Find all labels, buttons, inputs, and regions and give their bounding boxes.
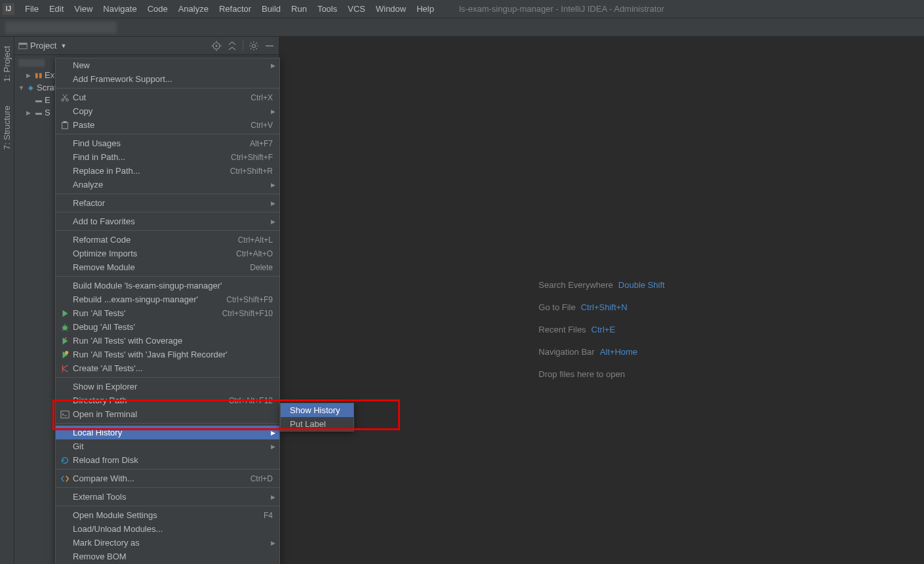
ctx-rebuild-exam-singup-manager[interactable]: Rebuild ...exam-singup-manager'Ctrl+Shif… [56,292,279,306]
ctx-create-all-tests[interactable]: Create 'All Tests'... [56,361,279,375]
submenu-arrow-icon: ▶ [271,494,275,500]
ctx-reformat-code[interactable]: Reformat CodeCtrl+Alt+L [56,233,279,247]
ctx-analyze[interactable]: Analyze▶ [56,178,279,191]
ctx-remove-bom[interactable]: Remove BOM [56,550,279,563]
svg-rect-16 [61,411,69,418]
ctx-open-in-terminal[interactable]: Open in Terminal [56,407,279,421]
ctx-load-unload-modules[interactable]: Load/Unload Modules... [56,522,279,536]
menu-file[interactable]: File [20,1,44,16]
submenu-arrow-icon: ▶ [271,62,275,69]
window-title: ls-exam-singup-manager - IntelliJ IDEA -… [459,4,664,14]
ctx-replace-in-path[interactable]: Replace in Path...Ctrl+Shift+R [56,164,279,178]
toolbar [0,18,924,37]
left-gutter: 1: Project 7: Structure [0,37,14,564]
menu-window[interactable]: Window [371,1,411,16]
svg-rect-12 [62,122,68,129]
ctx-open-module-settings[interactable]: Open Module SettingsF4 [56,508,279,522]
menu-code[interactable]: Code [142,1,173,16]
menu-run[interactable]: Run [286,1,312,16]
submenu-arrow-icon: ▶ [271,540,275,546]
library-icon: ▮▮ [34,71,43,80]
ctx-refactor[interactable]: Refactor▶ [56,196,279,210]
menu-refactor[interactable]: Refactor [214,1,256,16]
ctx-build-module-ls-exam-singup-manager[interactable]: Build Module 'ls-exam-singup-manager' [56,279,279,292]
menu-analyze[interactable]: Analyze [173,1,214,16]
ctx-run-all-tests-with-java-flight-recorder[interactable]: Run 'All Tests' with 'Java Flight Record… [56,348,279,361]
menu-vcs[interactable]: VCS [342,1,371,16]
menu-build[interactable]: Build [256,1,286,16]
compare-icon [58,474,71,483]
toolbar-blurred [5,22,117,33]
collapse-icon[interactable] [227,41,237,51]
ctx-reload-from-disk[interactable]: Reload from Disk [56,453,279,467]
welcome-hints: Search EverywhereDouble ShiftGo to FileC… [538,279,664,391]
gutter-tab-structure[interactable]: 7: Structure [0,100,14,155]
debug-icon [58,323,71,332]
cut-icon [58,93,71,102]
ctx-copy[interactable]: Copy▶ [56,104,279,118]
menubar: IJ FileEditViewNavigateCodeAnalyzeRefact… [0,0,924,18]
locate-icon[interactable] [211,41,222,51]
gutter-tab-project[interactable]: 1: Project [0,41,14,87]
create-icon [58,364,71,373]
chevron-down-icon: ▼ [60,43,66,49]
svg-point-3 [216,45,218,47]
panel-title[interactable]: Project ▼ [18,41,211,50]
ctx-add-framework-support[interactable]: Add Framework Support... [56,72,279,86]
submenu-show-history[interactable]: Show History [281,403,353,417]
welcome-row: Go to FileCtrl+Shift+N [538,302,664,312]
ctx-compare-with[interactable]: Compare With...Ctrl+D [56,472,279,485]
svg-point-8 [252,44,256,47]
menu-help[interactable]: Help [411,1,439,16]
minimize-icon[interactable] [264,41,275,51]
context-menu: New▶Add Framework Support...CutCtrl+XCop… [55,58,280,564]
project-icon [18,41,28,50]
ctx-optimize-imports[interactable]: Optimize ImportsCtrl+Alt+O [56,247,279,260]
panel-header: Project ▼ [14,37,279,55]
ctx-debug-all-tests[interactable]: Debug 'All Tests' [56,320,279,334]
folder-icon: ▬ [34,96,43,105]
submenu-arrow-icon: ▶ [271,108,275,115]
terminal-icon [58,410,71,419]
ctx-remove-module[interactable]: Remove ModuleDelete [56,260,279,274]
ctx-add-to-favorites[interactable]: Add to Favorites▶ [56,214,279,228]
app-logo-icon: IJ [3,3,14,15]
ctx-directory-path[interactable]: Directory PathCtrl+Alt+F12 [56,393,279,407]
menu-edit[interactable]: Edit [44,1,69,16]
ctx-cut[interactable]: CutCtrl+X [56,91,279,104]
ctx-paste[interactable]: PasteCtrl+V [56,118,279,132]
submenu-arrow-icon: ▶ [271,182,275,188]
welcome-row: Navigation BarAlt+Home [538,346,664,357]
welcome-row: Search EverywhereDouble Shift [538,279,664,290]
run-icon [58,309,71,318]
submenu-local-history: Show History Put Label [280,403,354,432]
ctx-external-tools[interactable]: External Tools▶ [56,490,279,504]
welcome-row: Drop files here to open [538,369,664,379]
ctx-git[interactable]: Git▶ [56,439,279,453]
coverage-icon [58,336,71,346]
submenu-put-label[interactable]: Put Label [281,417,353,431]
submenu-arrow-icon: ▶ [271,430,275,436]
menu-view[interactable]: View [69,1,98,16]
svg-point-15 [65,350,68,353]
submenu-arrow-icon: ▶ [271,443,275,450]
folder-icon: ▬ [34,108,43,117]
paste-icon [58,121,71,130]
jfr-icon [58,350,71,359]
ctx-local-history[interactable]: Local History▶ [56,426,279,439]
ctx-mark-directory-as[interactable]: Mark Directory as▶ [56,536,279,550]
ctx-show-in-explorer[interactable]: Show in Explorer [56,380,279,393]
menu-navigate[interactable]: Navigate [98,1,142,16]
ctx-run-all-tests[interactable]: Run 'All Tests'Ctrl+Shift+F10 [56,306,279,320]
ctx-find-in-path[interactable]: Find in Path...Ctrl+Shift+F [56,150,279,164]
ctx-find-usages[interactable]: Find UsagesAlt+F7 [56,136,279,150]
welcome-row: Recent FilesCtrl+E [538,324,664,334]
ctx-new[interactable]: New▶ [56,58,279,72]
scratch-icon: ◈ [26,83,35,92]
submenu-arrow-icon: ▶ [271,218,275,225]
ctx-run-all-tests-with-coverage[interactable]: Run 'All Tests' with Coverage [56,334,279,348]
submenu-arrow-icon: ▶ [271,200,275,207]
gear-icon[interactable] [249,41,259,51]
editor-area: Search EverywhereDouble ShiftGo to FileC… [279,37,924,564]
menu-tools[interactable]: Tools [312,1,342,16]
